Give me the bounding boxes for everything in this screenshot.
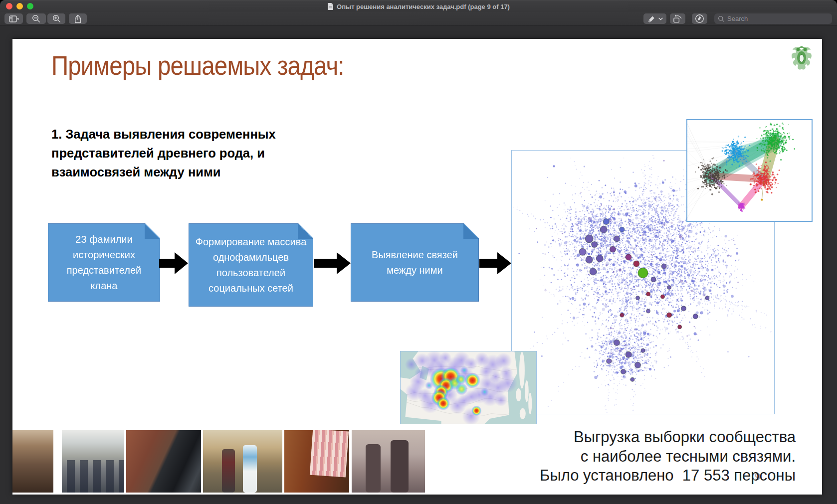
flow-step-1: 23 фамилии исторических представителей к…: [48, 223, 160, 302]
task-heading: 1. Задача выявления современных представ…: [51, 125, 276, 181]
photo-thumbnail: [62, 430, 124, 493]
window-title-area: Опыт решения аналитических задач.pdf (pa…: [0, 0, 837, 12]
task-heading-line: 1. Задача выявления современных: [51, 125, 276, 144]
zoom-in-icon: [52, 14, 61, 23]
task-heading-line: представителей древнего рода, и: [51, 144, 276, 163]
photo-thumbnail: [126, 430, 201, 493]
flow-arrow-3: [479, 251, 511, 276]
flow-step-1-label: 23 фамилии исторических представителей к…: [53, 232, 155, 294]
flow-arrow-2: [314, 251, 351, 276]
window-title: Опыт решения аналитических задач.pdf (pa…: [337, 3, 510, 10]
title-bar[interactable]: Опыт решения аналитических задач.pdf (pa…: [0, 0, 837, 12]
rotate-left-button[interactable]: [670, 13, 685, 24]
geo-heatmap-canvas: [401, 351, 536, 424]
slide-title: Примеры решаемых задач:: [51, 50, 344, 81]
result-caption: Выгрузка выборки сообщества с наиболее т…: [540, 428, 796, 486]
preview-window: Опыт решения аналитических задач.pdf (pa…: [0, 0, 837, 504]
markup-pen-icon: [695, 14, 704, 23]
share-button[interactable]: [69, 13, 87, 24]
toolbar: [0, 12, 837, 26]
result-caption-line: с наиболее тесными связями.: [540, 447, 796, 467]
zoom-in-button[interactable]: [47, 13, 65, 24]
task-heading-line: взаимосвязей между ними: [51, 163, 276, 181]
chevron-down-icon: [658, 17, 663, 20]
photo-thumbnail: [284, 430, 349, 493]
green-eagle-emblem: [791, 45, 813, 71]
photo-thumbnail: [203, 430, 282, 493]
photo-thumbnail: [352, 430, 425, 493]
photo-thumbnail: [12, 430, 53, 493]
result-caption-line: Было установлено 17 553 персоны: [540, 466, 796, 486]
geo-heatmap-figure: [400, 351, 537, 424]
zoom-out-button[interactable]: [26, 13, 46, 24]
flow-arrow-1: [159, 251, 188, 276]
pdf-page: Примеры решаемых задач: 1. Задача выявле…: [12, 39, 822, 495]
view-options-button[interactable]: [4, 13, 23, 24]
search-icon: [718, 15, 725, 22]
sidebar-icon: [9, 15, 19, 22]
result-caption-line: Выгрузка выборки сообщества: [540, 428, 796, 447]
flow-step-3-label: Выявление связей между ними: [356, 247, 473, 278]
cluster-graph-canvas: [687, 120, 812, 221]
share-icon: [74, 14, 82, 23]
zoom-out-icon: [32, 14, 40, 23]
rotate-icon: [672, 14, 683, 23]
flow-step-3: Выявление связей между ними: [351, 223, 479, 302]
highlighter-icon: [647, 14, 656, 23]
document-icon: [327, 2, 334, 10]
flow-step-2-label: Формирование массива однофамильцев польз…: [194, 234, 308, 296]
search-input[interactable]: [726, 13, 829, 24]
search-field: [714, 13, 832, 24]
flow-step-2: Формирование массива однофамильцев польз…: [189, 223, 313, 307]
markup-button[interactable]: [692, 13, 707, 24]
cluster-graph-inset: [686, 119, 813, 222]
highlight-button[interactable]: [643, 13, 666, 24]
